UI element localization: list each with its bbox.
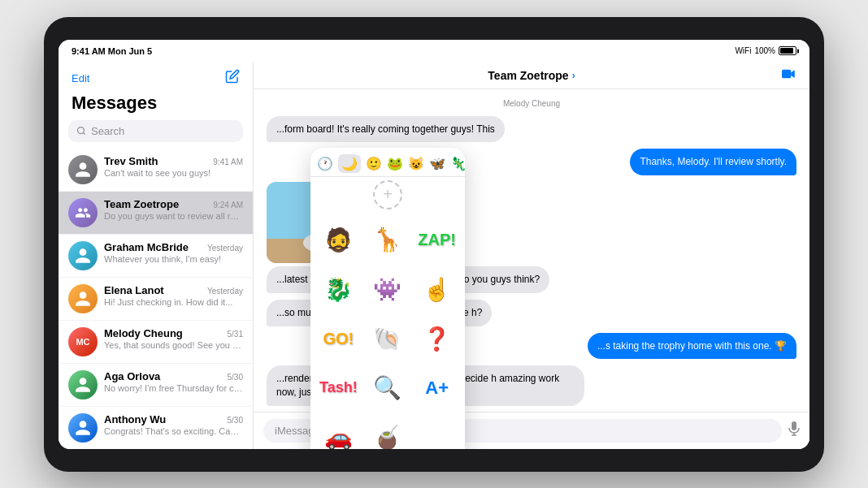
chevron-right-icon: ›	[572, 70, 575, 81]
search-bar[interactable]: Search	[68, 120, 243, 142]
conv-time-anthony: 5/30	[228, 416, 243, 425]
conv-name-trev: Trev Smith	[104, 155, 158, 167]
sticker-tab-recent[interactable]: 🕐	[317, 156, 333, 171]
avatar-trev	[68, 155, 98, 184]
avatar-aga	[68, 370, 98, 399]
avatar-anthony	[68, 413, 98, 443]
sticker-grid: 🧔 🦒 ZAP! 🐉 👾 ☝️ GO! 🐚 ❓ Tash! 🔍 A+	[310, 213, 465, 449]
sticker-item-car[interactable]: 🚗	[317, 416, 360, 448]
avatar-melody: MC	[68, 327, 98, 356]
compose-button[interactable]	[225, 69, 240, 88]
sticker-tab-lizard[interactable]: 🦎	[450, 156, 465, 171]
conv-preview-anthony: Congrats! That's so exciting. Can't wait…	[104, 426, 243, 436]
conv-preview-graham: Whatever you think, I'm easy!	[104, 254, 243, 264]
messages-title: Messages	[59, 93, 253, 120]
conv-item-trev[interactable]: Trev Smith 9:41 AM Can't wait to see you…	[59, 149, 253, 192]
sidebar-header: Edit	[59, 63, 253, 93]
conv-time-team: 9:24 AM	[213, 201, 243, 209]
sticker-item-dragon[interactable]: 🐉	[317, 268, 360, 311]
conversation-list: Trev Smith 9:41 AM Can't wait to see you…	[59, 149, 253, 449]
sticker-item-zap[interactable]: ZAP!	[415, 219, 458, 262]
svg-rect-1	[782, 69, 791, 78]
chat-title-text: Team Zoetrope	[488, 69, 568, 82]
conv-time-elena: Yesterday	[207, 287, 243, 296]
sticker-item-cup[interactable]: 🧉	[367, 416, 410, 448]
msg-row-1: ...form board! It's really coming togeth…	[267, 116, 796, 143]
sticker-tab-emoji[interactable]: 🙂	[366, 156, 382, 171]
chat-header: Team Zoetrope ›	[254, 63, 809, 89]
sticker-tab-frog[interactable]: 🐸	[387, 156, 403, 171]
conv-name-aga: Aga Orlova	[104, 370, 160, 382]
conv-name-elena: Elena Lanot	[104, 284, 164, 296]
conv-info-trev: Trev Smith 9:41 AM Can't wait to see you…	[104, 155, 243, 178]
conv-name-anthony: Anthony Wu	[104, 413, 166, 425]
ipad-screen: 9:41 AM Mon Jun 5 WiFi 100% Edit	[59, 40, 809, 449]
svg-rect-13	[792, 421, 796, 430]
sticker-item-question[interactable]: ❓	[415, 317, 458, 361]
battery-percent: 100%	[754, 46, 775, 55]
sticker-tab-butterfly[interactable]: 🦋	[429, 156, 445, 171]
conv-time-melody: 5/31	[228, 330, 243, 339]
search-icon	[76, 126, 86, 136]
sticker-item-magnifier[interactable]: 🔍	[367, 367, 410, 410]
sticker-tab-bar: 🕐 🌙 🙂 🐸 😺 🦋 🦎	[310, 148, 465, 177]
conv-item-melody[interactable]: MC Melody Cheung 5/31 Yes, that sounds g…	[59, 321, 253, 364]
conv-preview-trev: Can't wait to see you guys!	[104, 168, 243, 178]
add-sticker-button[interactable]: +	[373, 180, 402, 209]
bubble-outgoing-1: Thanks, Melody. I'll review shortly.	[630, 149, 796, 175]
battery-icon	[779, 46, 796, 55]
chat-title: Team Zoetrope ›	[488, 69, 575, 82]
conv-item-team[interactable]: Team Zoetrope 9:24 AM Do you guys want t…	[59, 192, 253, 235]
sticker-tab-cat[interactable]: 😺	[408, 156, 424, 171]
sticker-item-tash[interactable]: Tash!	[317, 367, 360, 410]
conv-time-trev: 9:41 AM	[213, 158, 243, 166]
conv-item-aga[interactable]: Aga Orlova 5/30 No worry! I'm free Thurs…	[59, 364, 253, 407]
edit-button[interactable]: Edit	[72, 72, 89, 84]
mic-button[interactable]	[788, 421, 800, 439]
sticker-item-shell[interactable]: 🐚	[367, 317, 410, 361]
conv-item-anthony[interactable]: Anthony Wu 5/30 Congrats! That's so exci…	[59, 407, 253, 449]
content-area: Edit Messages Search	[59, 63, 809, 449]
battery-fill	[780, 48, 793, 54]
sticker-panel: 🕐 🌙 🙂 🐸 😺 🦋 🦎 + 🧔 🦒 ZAP!	[310, 148, 465, 449]
conv-preview-aga: No worry! I'm free Thursday for coffee o…	[104, 383, 243, 393]
sticker-item-sunglasses[interactable]: 🧔	[317, 219, 360, 262]
conv-name-team: Team Zoetrope	[104, 198, 179, 210]
sender-label-melody: Melody Cheung	[267, 99, 796, 108]
sticker-tab-moon[interactable]: 🌙	[338, 154, 361, 173]
status-time: 9:41 AM Mon Jun 5	[72, 46, 152, 56]
conv-info-graham: Graham McBride Yesterday Whatever you th…	[104, 241, 243, 264]
conv-time-aga: 5/30	[228, 373, 243, 382]
avatar-graham	[68, 241, 98, 270]
avatar-team	[68, 198, 98, 227]
sticker-item-go[interactable]: GO!	[317, 317, 360, 361]
conv-item-elena[interactable]: Elena Lanot Yesterday Hi! Just checking …	[59, 278, 253, 321]
sticker-item-grade[interactable]: A+	[415, 367, 458, 410]
status-bar: 9:41 AM Mon Jun 5 WiFi 100%	[59, 40, 809, 63]
bubble-outgoing-2: ...s taking the trophy home with this on…	[588, 333, 796, 360]
video-call-button[interactable]	[782, 68, 796, 83]
search-placeholder: Search	[91, 125, 124, 137]
conv-preview-team: Do you guys want to review all renders t…	[104, 211, 243, 221]
conv-preview-elena: Hi! Just checking in. How did it...	[104, 297, 243, 307]
conv-preview-melody: Yes, that sounds good! See you then.	[104, 340, 243, 350]
conv-item-graham[interactable]: Graham McBride Yesterday Whatever you th…	[59, 235, 253, 278]
bubble-incoming-1: ...form board! It's really coming togeth…	[267, 116, 505, 143]
conv-time-graham: Yesterday	[207, 244, 243, 253]
sticker-item-monster[interactable]: 👾	[367, 268, 410, 311]
conv-info-melody: Melody Cheung 5/31 Yes, that sounds good…	[104, 327, 243, 350]
conv-name-melody: Melody Cheung	[104, 327, 183, 339]
conv-info-anthony: Anthony Wu 5/30 Congrats! That's so exci…	[104, 413, 243, 436]
conv-info-aga: Aga Orlova 5/30 No worry! I'm free Thurs…	[104, 370, 243, 393]
wifi-icon: WiFi	[735, 46, 751, 55]
conv-info-team: Team Zoetrope 9:24 AM Do you guys want t…	[104, 198, 243, 221]
status-icons: WiFi 100%	[735, 46, 796, 55]
sticker-item-giraffe[interactable]: 🦒	[367, 219, 410, 262]
sidebar: Edit Messages Search	[59, 63, 254, 449]
ipad-frame: 9:41 AM Mon Jun 5 WiFi 100% Edit	[44, 17, 824, 472]
avatar-elena	[68, 284, 98, 313]
conv-info-elena: Elena Lanot Yesterday Hi! Just checking …	[104, 284, 243, 307]
conv-name-graham: Graham McBride	[104, 241, 189, 253]
svg-point-0	[78, 127, 85, 134]
sticker-item-foam-finger[interactable]: ☝️	[415, 268, 458, 311]
